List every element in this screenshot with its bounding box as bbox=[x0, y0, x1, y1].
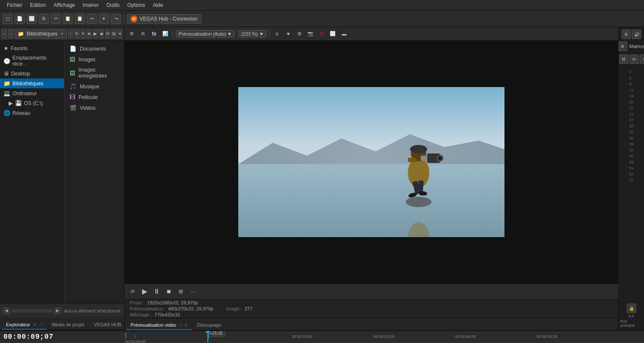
computer-icon: 💻 bbox=[3, 90, 10, 96]
tab-media-projet[interactable]: Média de projet bbox=[47, 320, 88, 330]
paste-button[interactable]: 📋 bbox=[75, 14, 85, 24]
s-label[interactable]: S bbox=[640, 54, 644, 64]
preview-shots-btn[interactable]: ⊞ bbox=[176, 287, 185, 296]
preview-copy[interactable]: ⧉ bbox=[138, 29, 148, 39]
menu-inserer[interactable]: Insérer bbox=[79, 1, 102, 9]
ruler-tick-0: 00:00:00;00 bbox=[125, 334, 146, 343]
nav-forward[interactable]: → bbox=[8, 29, 13, 39]
preview-info: Projet : 1920x1080x32; 29,970p Prévisual… bbox=[125, 299, 618, 318]
sidebar-item-favoris[interactable]: ★ Favoris bbox=[0, 43, 64, 53]
scroll-track[interactable] bbox=[11, 309, 53, 313]
matrix-vol[interactable]: 🔊 bbox=[632, 30, 641, 39]
lock-icon[interactable]: 🔒 bbox=[627, 304, 636, 313]
file-item-videos[interactable]: 🎬 Vidéos bbox=[64, 102, 124, 113]
nav-refresh[interactable]: ↻ bbox=[74, 29, 79, 39]
preview-r2[interactable]: ▬ bbox=[339, 29, 349, 39]
sidebar-item-desktop[interactable]: 🖥 Desktop bbox=[0, 69, 64, 78]
file-item-documents[interactable]: 📄 Documents bbox=[64, 43, 124, 54]
sidebar-label-recents: Emplacements réce… bbox=[12, 55, 61, 67]
tab-prev-video-close[interactable]: ✕ bbox=[184, 323, 188, 328]
ruler-48: 48 bbox=[629, 159, 633, 165]
menu-fichier[interactable]: Fichier bbox=[3, 1, 26, 9]
preview-grid[interactable]: # bbox=[272, 29, 282, 39]
file-item-images[interactable]: 🖼 Images bbox=[64, 54, 124, 65]
new-button[interactable]: ◻ bbox=[3, 14, 13, 24]
nav-stop[interactable]: ■ bbox=[99, 29, 104, 39]
sidebar-item-bibliotheques[interactable]: 📁 Bibliothèques bbox=[0, 78, 64, 88]
menu-options[interactable]: Options bbox=[124, 1, 149, 9]
playhead-line bbox=[207, 331, 208, 343]
folder-active-icon: 📁 bbox=[3, 80, 10, 87]
chain-icon[interactable]: ⛓ bbox=[619, 54, 629, 64]
toolbar-sep-1 bbox=[124, 14, 124, 24]
preview-scope[interactable]: 📊 bbox=[161, 29, 170, 39]
maximize-button[interactable]: ⬜ bbox=[27, 14, 37, 24]
path-bar[interactable]: 📁 Bibliothèques ▼ bbox=[15, 29, 67, 39]
preview-loop-btn[interactable]: ⟳ bbox=[128, 287, 137, 296]
preview-mode-dropdown[interactable]: Prévisualisation (Auto) ▼ bbox=[176, 30, 235, 38]
tab-media-label: Média de projet bbox=[52, 322, 84, 327]
scroll-right[interactable]: ▶ bbox=[55, 308, 61, 314]
sidebar-label-bibliotheques: Bibliothèques bbox=[12, 81, 43, 87]
preview-stop-btn[interactable]: ■ bbox=[164, 287, 173, 296]
tab-previsualisation-video[interactable]: Prévisualisation vidéo □ ✕ bbox=[126, 321, 192, 330]
sidebar-item-ordinateur[interactable]: 💻 Ordinateur bbox=[0, 88, 64, 98]
preview-cam[interactable]: 📷 bbox=[306, 29, 315, 39]
sidebar-item-osc[interactable]: ▶ 💾 OS (C:\) bbox=[0, 98, 64, 108]
sidebar-item-reseau[interactable]: 🌐 Réseau bbox=[0, 108, 64, 118]
matrix-settings[interactable]: ⚙ bbox=[622, 30, 631, 39]
preview-snap[interactable]: ⊞ bbox=[295, 29, 304, 39]
matrix-label-row: ⊞ Matrice bbox=[618, 42, 644, 51]
copy-button[interactable]: 📋 bbox=[63, 14, 73, 24]
nav-dropdown2[interactable]: ▾ bbox=[118, 29, 122, 39]
ruler-time-5: 00:00:59;28 bbox=[537, 334, 557, 339]
tab-explorateur-close[interactable]: ✕ bbox=[33, 322, 36, 327]
info-image: Image : 277 bbox=[226, 306, 252, 311]
explorer-bottom: ◀ ▶ Aucun élément sélectionné bbox=[0, 304, 124, 317]
preview-zoom-dropdown[interactable]: (223 %) ▼ bbox=[238, 30, 267, 38]
cut-button[interactable]: ✂ bbox=[51, 14, 61, 24]
preview-settings[interactable]: ⚙ bbox=[127, 29, 137, 39]
m-label[interactable]: M bbox=[629, 54, 639, 64]
nav-loop[interactable]: ⟳ bbox=[105, 29, 110, 39]
tab-vegas-hub[interactable]: VEGAS HUB bbox=[89, 320, 125, 330]
nav-back[interactable]: ← bbox=[2, 29, 7, 39]
sidebar-item-recents[interactable]: 🕐 Emplacements réce… bbox=[0, 53, 64, 69]
preview-more-btn[interactable]: ··· bbox=[188, 287, 197, 296]
menu-affichage[interactable]: Affichage bbox=[50, 1, 79, 9]
ruler-54: 54 bbox=[629, 171, 633, 177]
horizontal-scrollbar[interactable]: ◀ ▶ bbox=[3, 308, 61, 314]
nav-close[interactable]: ✕ bbox=[81, 29, 85, 39]
nav-play[interactable]: ▶ bbox=[93, 29, 97, 39]
vegas-hub-button[interactable]: H VEGAS Hub - Connexion bbox=[127, 14, 201, 24]
undo-button[interactable]: ↩ bbox=[87, 14, 97, 24]
undo-dropdown[interactable]: ▾ bbox=[99, 14, 109, 24]
preview-v[interactable]: V bbox=[317, 29, 326, 39]
tab-prev-video-pin[interactable]: □ bbox=[179, 323, 182, 328]
redo-button[interactable]: ↪ bbox=[111, 14, 121, 24]
settings-button[interactable]: ⚙ bbox=[39, 14, 49, 24]
scroll-left[interactable]: ◀ bbox=[3, 308, 9, 314]
left-main: ★ Favoris 🕐 Emplacements réce… 🖥 Desktop… bbox=[0, 41, 124, 304]
open-button[interactable]: 📄 bbox=[15, 14, 25, 24]
nav-grid[interactable]: ⊞ bbox=[111, 29, 116, 39]
tab-decoupage[interactable]: Découpage bbox=[193, 321, 225, 330]
preview-play-btn[interactable]: ▶ bbox=[140, 287, 149, 296]
preview-fx[interactable]: fx bbox=[149, 29, 159, 39]
documents-icon: 📄 bbox=[70, 45, 76, 52]
menu-outils[interactable]: Outils bbox=[103, 1, 123, 9]
menu-aide[interactable]: Aide bbox=[149, 1, 167, 9]
tab-explorateur[interactable]: Explorateur ✕ □ bbox=[2, 320, 46, 330]
file-item-musique[interactable]: 🎵 Musique bbox=[64, 81, 124, 92]
nav-star[interactable]: ★ bbox=[87, 29, 91, 39]
preview-zoom-label: (223 %) bbox=[241, 31, 258, 36]
file-item-images-enregistrees[interactable]: 🖼 Images enregistrées bbox=[64, 65, 124, 81]
preview-pause-btn[interactable]: ⏸ bbox=[152, 287, 161, 296]
timeline-header: 00:00:09;07 bbox=[0, 331, 124, 343]
nav-up[interactable]: ↑ bbox=[68, 29, 73, 39]
ruler-tick-marker bbox=[125, 333, 126, 339]
file-item-pellicule[interactable]: 🎞 Pellicule bbox=[64, 92, 124, 102]
menu-edition[interactable]: Edition bbox=[27, 1, 49, 9]
preview-r1[interactable]: ⬜ bbox=[328, 29, 337, 39]
star-icon: ★ bbox=[3, 45, 9, 51]
